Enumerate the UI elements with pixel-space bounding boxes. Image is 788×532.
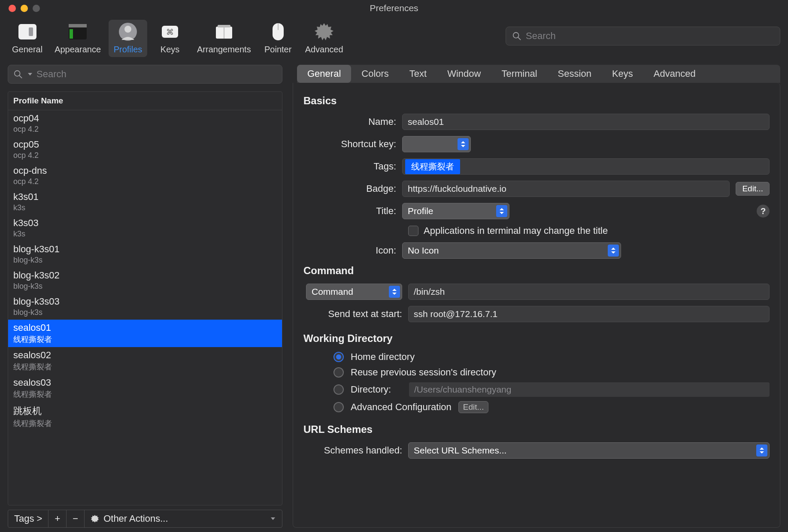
apps-change-title-checkbox[interactable] xyxy=(408,226,418,236)
profile-search[interactable] xyxy=(8,65,282,84)
shortcut-select[interactable] xyxy=(402,136,471,152)
command-type-select[interactable]: Command xyxy=(306,284,402,300)
workdir-advanced-edit-button[interactable]: Edit... xyxy=(458,401,489,413)
profile-item-name: sealos03 xyxy=(13,377,277,388)
section-url-schemes: URL Schemes xyxy=(303,423,770,435)
profile-item[interactable]: k3s03k3s xyxy=(8,215,282,241)
tab-terminal[interactable]: Terminal xyxy=(491,65,547,83)
close-window-button[interactable] xyxy=(9,5,16,12)
profile-item-sub: 线程撕裂者 xyxy=(13,418,277,429)
send-text-input[interactable] xyxy=(408,306,770,322)
svg-line-18 xyxy=(19,76,22,78)
updown-arrows-icon xyxy=(756,444,767,456)
tab-keys[interactable]: Keys xyxy=(602,65,643,83)
workdir-directory-radio[interactable] xyxy=(333,384,344,395)
shortcut-label: Shortcut key: xyxy=(303,139,402,150)
toolbar-search-input[interactable] xyxy=(526,30,774,42)
tab-text[interactable]: Text xyxy=(399,65,437,83)
workdir-reuse-radio[interactable] xyxy=(333,367,344,378)
toolbar-arrangements[interactable]: Arrangements xyxy=(193,20,255,57)
profile-item-name: blog-k3s03 xyxy=(13,296,277,307)
toolbar-general[interactable]: General xyxy=(8,20,47,57)
svg-rect-3 xyxy=(69,24,87,27)
arrangements-icon xyxy=(212,21,236,42)
profile-detail: GeneralColorsTextWindowTerminalSessionKe… xyxy=(293,65,780,528)
section-basics: Basics xyxy=(303,95,770,107)
workdir-home-radio[interactable] xyxy=(333,352,344,362)
window-controls xyxy=(9,5,40,12)
toolbar: General Appearance Profiles ⌘ Keys Arran… xyxy=(0,16,788,57)
zoom-window-button[interactable] xyxy=(33,5,40,12)
toolbar-profiles[interactable]: Profiles xyxy=(109,20,147,57)
tab-session[interactable]: Session xyxy=(548,65,602,83)
title-label: Title: xyxy=(303,206,402,217)
chevron-down-icon xyxy=(270,516,276,522)
profile-item[interactable]: ocp05ocp 4.2 xyxy=(8,136,282,163)
other-actions-menu[interactable]: Other Actions... xyxy=(85,510,282,527)
tab-general[interactable]: General xyxy=(297,65,351,83)
profile-item[interactable]: k3s01k3s xyxy=(8,189,282,215)
add-profile-button[interactable]: + xyxy=(48,510,67,527)
svg-rect-4 xyxy=(70,29,73,39)
profile-item-sub: ocp 4.2 xyxy=(13,125,277,134)
profile-item[interactable]: blog-k3s02blog-k3s xyxy=(8,267,282,293)
minimize-window-button[interactable] xyxy=(21,5,28,12)
name-input[interactable] xyxy=(402,114,770,130)
tab-window[interactable]: Window xyxy=(437,65,491,83)
toolbar-pointer[interactable]: Pointer xyxy=(259,20,297,57)
chevron-down-icon xyxy=(27,71,33,77)
profile-item[interactable]: sealos01线程撕裂者 xyxy=(8,320,282,347)
profile-item[interactable]: sealos03线程撕裂者 xyxy=(8,375,282,402)
section-workdir: Working Directory xyxy=(303,332,770,345)
help-button[interactable]: ? xyxy=(757,205,770,218)
tab-colors[interactable]: Colors xyxy=(351,65,399,83)
updown-arrows-icon xyxy=(458,138,469,150)
profile-item[interactable]: blog-k3s03blog-k3s xyxy=(8,293,282,320)
badge-edit-button[interactable]: Edit... xyxy=(736,182,770,196)
workdir-directory-input[interactable] xyxy=(409,382,770,397)
tags-label: Tags: xyxy=(303,161,402,172)
profile-item-sub: blog-k3s xyxy=(13,282,277,291)
profile-item[interactable]: 跳板机线程撕裂者 xyxy=(8,402,282,431)
profile-item-sub: 线程撕裂者 xyxy=(13,362,277,372)
svg-point-6 xyxy=(124,26,131,33)
profile-search-input[interactable] xyxy=(36,69,277,80)
send-text-label: Send text at start: xyxy=(303,308,408,320)
svg-point-15 xyxy=(513,33,519,38)
profile-item-sub: ocp 4.2 xyxy=(13,177,277,186)
command-input[interactable] xyxy=(408,284,770,300)
workdir-advanced-radio[interactable] xyxy=(333,402,344,412)
icon-label: Icon: xyxy=(303,245,402,256)
profile-item[interactable]: ocp-dnsocp 4.2 xyxy=(8,163,282,189)
remove-profile-button[interactable]: − xyxy=(67,510,85,527)
schemes-select[interactable]: Select URL Schemes... xyxy=(408,442,770,459)
tags-filter[interactable]: Tags > xyxy=(8,510,48,527)
toolbar-search[interactable] xyxy=(506,27,780,45)
icon-select[interactable]: No Icon xyxy=(402,242,621,259)
updown-arrows-icon xyxy=(608,245,619,257)
tab-advanced[interactable]: Advanced xyxy=(643,65,706,83)
profile-item[interactable]: sealos02线程撕裂者 xyxy=(8,347,282,375)
advanced-icon xyxy=(312,21,336,42)
tag-chip[interactable]: 线程撕裂者 xyxy=(405,159,460,174)
profile-item[interactable]: blog-k3s01blog-k3s xyxy=(8,241,282,267)
schemes-label: Schemes handled: xyxy=(303,445,408,456)
tags-input[interactable]: 线程撕裂者 xyxy=(402,158,770,175)
toolbar-keys[interactable]: ⌘ Keys xyxy=(151,20,189,57)
profile-sidebar: Profile Name ocp04ocp 4.2ocp05ocp 4.2ocp… xyxy=(8,65,282,528)
title-select[interactable]: Profile xyxy=(402,203,509,219)
toolbar-appearance[interactable]: Appearance xyxy=(50,20,105,57)
svg-rect-1 xyxy=(29,27,33,36)
profile-item-name: ocp05 xyxy=(13,139,277,150)
workdir-reuse-label: Reuse previous session's directory xyxy=(351,367,496,378)
detail-tabs: GeneralColorsTextWindowTerminalSessionKe… xyxy=(297,65,780,83)
badge-input[interactable] xyxy=(402,181,730,197)
profile-bottom-bar: Tags > + − Other Actions... xyxy=(8,510,282,528)
profile-list-header: Profile Name xyxy=(8,92,282,110)
apps-change-title-label: Applications in terminal may change the … xyxy=(424,225,608,236)
profile-item[interactable]: ocp04ocp 4.2 xyxy=(8,110,282,136)
general-icon xyxy=(16,21,39,42)
profile-item-sub: blog-k3s xyxy=(13,256,277,265)
profile-item-sub: blog-k3s xyxy=(13,308,277,317)
toolbar-advanced[interactable]: Advanced xyxy=(301,20,348,57)
